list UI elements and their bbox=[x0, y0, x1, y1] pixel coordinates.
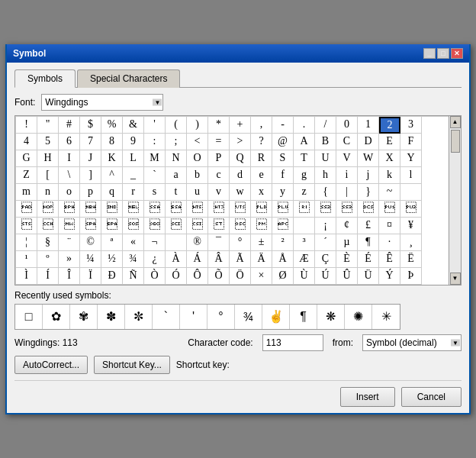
symbol-cell[interactable]: C bbox=[336, 134, 358, 150]
symbol-cell[interactable]: ¡ bbox=[315, 218, 336, 234]
symbol-cell[interactable]: ³ bbox=[294, 234, 315, 251]
symbol-cell[interactable]: ' bbox=[144, 117, 166, 134]
symbol-cell[interactable]:  bbox=[208, 201, 230, 218]
symbol-cell[interactable]: ) bbox=[187, 117, 208, 134]
symbol-cell[interactable]: J bbox=[80, 150, 101, 167]
symbol-cell[interactable]: ´ bbox=[315, 234, 336, 251]
symbol-cell[interactable]: § bbox=[37, 234, 59, 251]
symbol-cell[interactable]: g bbox=[294, 167, 315, 184]
recently-used-cell[interactable]: ¶ bbox=[290, 305, 317, 329]
symbol-cell[interactable]:  bbox=[272, 201, 294, 218]
symbol-cell[interactable]: + bbox=[230, 117, 251, 134]
symbol-cell[interactable]:  bbox=[187, 218, 208, 234]
symbol-cell[interactable]: = bbox=[208, 134, 230, 150]
symbol-cell[interactable]: ¸ bbox=[400, 234, 422, 251]
symbol-cell[interactable]:  bbox=[37, 218, 59, 234]
symbol-cell[interactable]: Ð bbox=[101, 268, 123, 285]
symbol-cell[interactable]: d bbox=[230, 167, 251, 184]
symbol-cell[interactable]: N bbox=[166, 150, 187, 167]
symbol-cell[interactable]: b bbox=[187, 167, 208, 184]
symbol-cell[interactable]: ? bbox=[251, 134, 272, 150]
symbol-cell[interactable]: o bbox=[59, 184, 80, 201]
symbol-cell[interactable]:  bbox=[400, 201, 422, 218]
symbol-cell[interactable]: U bbox=[315, 150, 336, 167]
symbol-cell[interactable]: · bbox=[379, 234, 400, 251]
symbol-cell[interactable]: I bbox=[59, 150, 80, 167]
symbol-cell[interactable]:  bbox=[37, 201, 59, 218]
symbol-cell[interactable]: B bbox=[315, 134, 336, 150]
symbol-cell[interactable]: © bbox=[80, 234, 101, 251]
symbol-cell[interactable]: ] bbox=[80, 167, 101, 184]
insert-button[interactable]: Insert bbox=[340, 387, 395, 407]
symbol-cell[interactable]: 7 bbox=[80, 134, 101, 150]
symbol-cell[interactable]: l bbox=[400, 167, 422, 184]
symbol-cell[interactable]: < bbox=[187, 134, 208, 150]
symbol-cell[interactable]: ¥ bbox=[400, 218, 422, 234]
symbol-cell[interactable]: ¾ bbox=[123, 251, 144, 268]
symbol-cell[interactable]: 3 bbox=[400, 117, 422, 134]
symbol-cell[interactable]: 1 bbox=[358, 117, 379, 134]
symbol-cell[interactable]: p bbox=[80, 184, 101, 201]
symbol-cell[interactable]: Ø bbox=[272, 268, 294, 285]
symbol-cell[interactable]: @ bbox=[272, 134, 294, 150]
symbol-cell[interactable]: X bbox=[379, 150, 400, 167]
symbol-cell[interactable]: £ bbox=[358, 218, 379, 234]
symbol-cell[interactable]:  bbox=[80, 201, 101, 218]
symbol-cell[interactable]:  bbox=[294, 201, 315, 218]
symbol-cell[interactable]: Ó bbox=[166, 268, 187, 285]
symbol-cell[interactable]: L bbox=[123, 150, 144, 167]
symbol-cell[interactable]:  bbox=[272, 218, 294, 234]
symbol-cell[interactable]: « bbox=[123, 234, 144, 251]
maximize-button[interactable]: □ bbox=[437, 48, 449, 59]
symbol-cell[interactable]: > bbox=[230, 134, 251, 150]
symbol-cell[interactable]: { bbox=[315, 184, 336, 201]
symbol-cell[interactable]:  bbox=[59, 201, 80, 218]
symbol-cell[interactable]: s bbox=[144, 184, 166, 201]
symbol-cell[interactable]: Ô bbox=[187, 268, 208, 285]
symbol-cell[interactable]: » bbox=[59, 251, 80, 268]
recently-used-cell[interactable]: ` bbox=[153, 305, 180, 329]
symbol-cell[interactable]: E bbox=[379, 134, 400, 150]
symbol-cell[interactable]: ¨ bbox=[59, 234, 80, 251]
symbol-cell[interactable]: t bbox=[166, 184, 187, 201]
symbol-cell[interactable]:  bbox=[166, 218, 187, 234]
symbol-cell[interactable]: Û bbox=[336, 268, 358, 285]
symbol-cell[interactable]: V bbox=[336, 150, 358, 167]
symbol-cell[interactable]: $ bbox=[80, 117, 101, 134]
symbol-cell[interactable]: w bbox=[230, 184, 251, 201]
symbol-cell[interactable]:  bbox=[16, 201, 37, 218]
symbol-cell[interactable]:  bbox=[144, 201, 166, 218]
symbol-cell[interactable]: ° bbox=[230, 234, 251, 251]
symbol-cell[interactable]:  bbox=[208, 218, 230, 234]
shortcut-key-button[interactable]: Shortcut Key... bbox=[94, 356, 170, 374]
recently-used-cell[interactable]: ✳ bbox=[372, 305, 400, 329]
symbol-cell[interactable]: % bbox=[101, 117, 123, 134]
symbol-cell[interactable]: y bbox=[272, 184, 294, 201]
symbol-cell[interactable]: h bbox=[315, 167, 336, 184]
symbol-cell[interactable]: c bbox=[208, 167, 230, 184]
symbol-cell[interactable]: É bbox=[358, 251, 379, 268]
symbol-cell[interactable]: W bbox=[358, 150, 379, 167]
symbol-cell[interactable]: Î bbox=[59, 268, 80, 285]
recently-used-cell[interactable]: ✺ bbox=[345, 305, 372, 329]
symbol-cell[interactable]:  bbox=[315, 201, 336, 218]
symbol-cell[interactable]: . bbox=[294, 117, 315, 134]
symbol-cell[interactable]:  bbox=[251, 218, 272, 234]
symbol-cell[interactable]: ± bbox=[251, 234, 272, 251]
symbol-cell[interactable]:  bbox=[16, 218, 37, 234]
symbol-cell[interactable]: j bbox=[358, 167, 379, 184]
symbol-cell[interactable]: u bbox=[187, 184, 208, 201]
symbol-cell[interactable]: Ë bbox=[400, 251, 422, 268]
symbol-cell[interactable]: R bbox=[251, 150, 272, 167]
symbol-cell[interactable]: È bbox=[336, 251, 358, 268]
symbol-cell[interactable]:  bbox=[144, 218, 166, 234]
symbol-cell[interactable]: Å bbox=[272, 251, 294, 268]
symbol-cell[interactable]: ; bbox=[166, 134, 187, 150]
symbol-cell[interactable]: e bbox=[251, 167, 272, 184]
symbol-cell[interactable]: , bbox=[251, 117, 272, 134]
symbol-cell[interactable]: º bbox=[37, 251, 59, 268]
symbol-cell[interactable]: m bbox=[16, 184, 37, 201]
symbol-cell[interactable]:  bbox=[358, 201, 379, 218]
symbol-cell[interactable]: 8 bbox=[101, 134, 123, 150]
symbol-cell[interactable]: K bbox=[101, 150, 123, 167]
